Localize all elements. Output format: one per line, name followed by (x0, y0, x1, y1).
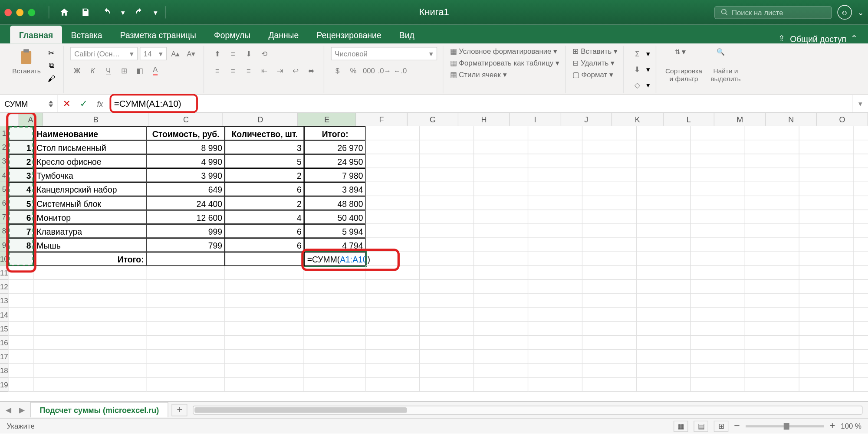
redo-icon[interactable] (130, 4, 149, 20)
undo-icon[interactable] (97, 4, 116, 20)
col-header-O[interactable]: O (817, 113, 868, 126)
expand-formula-bar-icon[interactable]: ▾ (852, 95, 868, 112)
cell[interactable]: Канцелярский набор (34, 182, 147, 196)
cell[interactable]: 4 (225, 210, 304, 224)
cell[interactable]: 2 (9, 154, 34, 168)
zoom-in-button[interactable]: + (829, 420, 835, 432)
cell[interactable]: 2 (225, 168, 304, 182)
cell[interactable]: 3 990 (147, 168, 225, 182)
tab-insert[interactable]: Вставка (62, 26, 111, 43)
copy-icon[interactable]: ⧉ (45, 60, 57, 71)
editing-cell[interactable]: =СУММ(A1:A10) (304, 252, 366, 266)
font-name-dropdown[interactable]: Calibri (Осн…▾ (70, 47, 138, 60)
cell[interactable]: 6 (225, 224, 304, 238)
cell[interactable]: 1 (9, 140, 34, 154)
row-header[interactable]: 4 (0, 168, 9, 182)
align-middle-icon[interactable]: ≡ (226, 47, 240, 60)
cell[interactable]: Кресло офисное (34, 154, 147, 168)
cell[interactable] (9, 126, 34, 140)
add-sheet-button[interactable]: + (172, 404, 187, 416)
next-sheet-icon[interactable]: ▶ (19, 406, 25, 414)
enter-formula-button[interactable]: ✓ (75, 95, 92, 112)
fill-color-icon[interactable]: ◧ (133, 64, 146, 77)
undo-dropdown-icon[interactable]: ▾ (118, 4, 128, 20)
cell[interactable]: 24 950 (304, 154, 366, 168)
tab-page-layout[interactable]: Разметка страницы (111, 26, 205, 43)
underline-icon[interactable]: Ч (102, 64, 115, 77)
cell[interactable]: 2 (225, 196, 304, 210)
cell[interactable]: 7 (9, 224, 34, 238)
name-box[interactable]: СУММ (0, 95, 58, 112)
cell[interactable]: 799 (147, 238, 225, 252)
col-header-I[interactable]: I (510, 113, 561, 126)
row-header[interactable]: 2 (0, 140, 9, 154)
clear-icon[interactable]: ◇ (631, 78, 644, 92)
collapse-ribbon-icon[interactable]: ⌃ (851, 33, 858, 43)
tab-review[interactable]: Рецензирование (308, 26, 390, 43)
maximize-window-button[interactable] (28, 9, 35, 16)
cell[interactable]: Стоимость, руб. (147, 126, 225, 140)
cell[interactable]: 24 400 (147, 196, 225, 210)
normal-view-icon[interactable]: ▦ (674, 420, 688, 432)
format-cells-button[interactable]: ▢ Формат ▾ (572, 70, 613, 79)
paste-button[interactable]: Вставить (11, 47, 42, 76)
select-all-corner[interactable] (0, 113, 19, 126)
cell[interactable]: 48 800 (304, 196, 366, 210)
font-color-icon[interactable]: A (148, 64, 162, 77)
share-button-label[interactable]: Общий доступ (790, 34, 846, 43)
number-format-dropdown[interactable]: Числовой▾ (331, 47, 437, 60)
decrease-font-icon[interactable]: A▾ (184, 47, 198, 60)
cell[interactable]: Тумбочка (34, 168, 147, 182)
col-header-M[interactable]: M (714, 113, 766, 126)
percent-icon[interactable]: % (346, 64, 360, 77)
tab-formulas[interactable]: Формулы (205, 26, 260, 43)
cell[interactable]: 3 (9, 168, 34, 182)
sort-filter-button[interactable]: ⇅▼ Сортировка и фильтр (663, 47, 704, 84)
orientation-icon[interactable]: ⟲ (258, 47, 271, 60)
cut-icon[interactable]: ✂ (45, 47, 57, 58)
prev-sheet-icon[interactable]: ◀ (6, 406, 11, 414)
cell[interactable]: 649 (147, 182, 225, 196)
zoom-out-button[interactable]: − (734, 420, 740, 432)
fx-icon[interactable]: fx (92, 95, 108, 112)
cell[interactable]: 3 894 (304, 182, 366, 196)
cell[interactable]: Количество, шт. (225, 126, 304, 140)
bold-icon[interactable]: Ж (70, 64, 84, 77)
sheet-tab[interactable]: Подсчет суммы (microexcel.ru) (30, 402, 169, 417)
close-window-button[interactable] (4, 9, 12, 16)
row-header[interactable]: 14 (0, 308, 9, 322)
row-header[interactable]: 18 (0, 364, 9, 377)
decrease-indent-icon[interactable]: ⇤ (258, 64, 271, 77)
row-header[interactable]: 19 (0, 378, 9, 392)
cell[interactable]: Клавиатура (34, 224, 147, 238)
cell[interactable]: 6 (225, 182, 304, 196)
cell-styles-button[interactable]: ▦ Стили ячеек ▾ (450, 70, 507, 79)
cell[interactable]: 6 (225, 238, 304, 252)
col-header-A[interactable]: A (19, 113, 43, 126)
zoom-slider[interactable] (746, 425, 824, 427)
col-header-D[interactable]: D (223, 113, 298, 126)
redo-dropdown-icon[interactable]: ▾ (151, 4, 160, 20)
conditional-formatting-button[interactable]: ▦ Условное форматирование ▾ (450, 47, 558, 55)
save-icon[interactable] (76, 4, 95, 20)
insert-cells-button[interactable]: ⊞ Вставить ▾ (572, 47, 618, 55)
italic-icon[interactable]: К (86, 64, 99, 77)
cell[interactable]: Итого: (304, 126, 366, 140)
cell[interactable]: Монитор (34, 210, 147, 224)
col-header-H[interactable]: H (459, 113, 510, 126)
feedback-smiley-icon[interactable]: ☺ (837, 5, 852, 20)
cell[interactable]: 8 990 (147, 140, 225, 154)
col-header-B[interactable]: B (43, 113, 150, 126)
cell[interactable]: 5 (225, 154, 304, 168)
increase-decimal-icon[interactable]: .0→ (378, 64, 391, 77)
row-header[interactable]: 13 (0, 294, 9, 308)
cell[interactable]: Наименование (34, 126, 147, 140)
tab-view[interactable]: Вид (390, 26, 423, 43)
col-header-C[interactable]: C (149, 113, 223, 126)
delete-cells-button[interactable]: ⊟ Удалить ▾ (572, 59, 615, 67)
increase-font-icon[interactable]: A▴ (169, 47, 182, 60)
decrease-decimal-icon[interactable]: ←.0 (394, 64, 407, 77)
chevron-down-icon[interactable]: ⌄ (858, 8, 864, 16)
cell[interactable]: 50 400 (304, 210, 366, 224)
row-header[interactable]: 3 (0, 154, 9, 168)
